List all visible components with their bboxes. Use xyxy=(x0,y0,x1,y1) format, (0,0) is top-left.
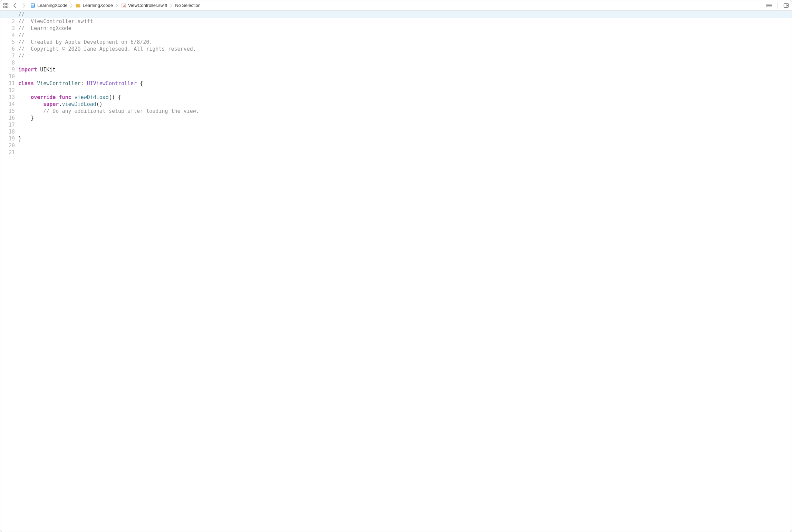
line-number: 4 xyxy=(0,32,15,39)
svg-rect-2 xyxy=(4,6,6,8)
line-number: 17 xyxy=(0,121,15,128)
add-assistant-editor-icon[interactable] xyxy=(783,2,790,9)
line-number: 12 xyxy=(0,87,15,94)
breadcrumb-sep-icon xyxy=(170,3,172,8)
code-line[interactable]: import UIKit xyxy=(18,66,792,73)
editor-window: LearningXcode LearningXcode ViewControll… xyxy=(0,0,792,532)
line-number: 15 xyxy=(0,108,15,115)
breadcrumb-sep-icon xyxy=(116,3,118,8)
line-number: 5 xyxy=(0,39,15,46)
breadcrumb-file[interactable]: ViewController.swift xyxy=(120,3,168,8)
line-number: 2 xyxy=(0,18,15,25)
jump-bar-right xyxy=(766,2,790,9)
line-number: 14 xyxy=(0,101,15,108)
jump-bar: LearningXcode LearningXcode ViewControll… xyxy=(0,0,792,11)
code-line[interactable]: override func viewDidLoad() { xyxy=(18,94,792,101)
line-number: 6 xyxy=(0,46,15,52)
line-number: 10 xyxy=(0,73,15,80)
code-line[interactable] xyxy=(18,149,792,156)
source-editor[interactable]: 123456789101112131415161718192021 //// V… xyxy=(0,11,792,532)
toolbar-divider xyxy=(777,2,778,9)
line-number: 19 xyxy=(0,135,15,142)
editor-options-icon[interactable] xyxy=(766,2,773,9)
breadcrumb-group-label: LearningXcode xyxy=(83,3,113,8)
folder-icon xyxy=(75,3,81,8)
code-line[interactable]: // LearningXcode xyxy=(18,25,792,32)
line-number: 20 xyxy=(0,142,15,149)
code-line[interactable]: // xyxy=(18,32,792,39)
line-number-gutter: 123456789101112131415161718192021 xyxy=(0,11,18,532)
code-line[interactable]: } xyxy=(18,115,792,121)
code-line[interactable] xyxy=(18,73,792,80)
breadcrumb-sep-icon xyxy=(70,3,73,8)
svg-rect-3 xyxy=(7,6,8,8)
code-line[interactable]: } xyxy=(18,135,792,142)
code-line[interactable]: // xyxy=(18,52,792,59)
code-line[interactable]: // Created by Apple Development on 6/8/2… xyxy=(18,39,792,46)
line-number: 16 xyxy=(0,115,15,121)
source-code-area[interactable]: //// ViewController.swift// LearningXcod… xyxy=(18,11,792,532)
swift-file-icon xyxy=(121,3,126,8)
code-line[interactable] xyxy=(18,142,792,149)
line-number: 11 xyxy=(0,80,15,87)
svg-rect-0 xyxy=(4,3,6,5)
breadcrumb-project[interactable]: LearningXcode xyxy=(29,3,68,8)
code-line[interactable] xyxy=(18,59,792,66)
line-number: 18 xyxy=(0,128,15,135)
code-line[interactable]: class ViewController: UIViewController { xyxy=(18,80,792,87)
code-line[interactable]: // ViewController.swift xyxy=(18,18,792,25)
line-number: 13 xyxy=(0,94,15,101)
code-line[interactable] xyxy=(18,121,792,128)
code-line[interactable]: // Copyright © 2020 Jane Appleseed. All … xyxy=(18,46,792,52)
line-number: 3 xyxy=(0,25,15,32)
code-line[interactable] xyxy=(18,87,792,94)
code-line[interactable]: // xyxy=(0,11,792,18)
breadcrumb-selection-label: No Selection xyxy=(175,3,201,8)
svg-rect-1 xyxy=(7,3,8,5)
svg-rect-7 xyxy=(31,6,34,7)
breadcrumb-group[interactable]: LearningXcode xyxy=(75,3,113,8)
code-line[interactable]: // Do any additional setup after loading… xyxy=(18,108,792,115)
svg-rect-6 xyxy=(31,5,34,6)
jump-bar-left: LearningXcode LearningXcode ViewControll… xyxy=(2,2,764,9)
breadcrumb-file-label: ViewController.swift xyxy=(128,3,167,8)
project-icon xyxy=(30,3,36,8)
code-line[interactable]: super.viewDidLoad() xyxy=(18,101,792,108)
svg-rect-8 xyxy=(122,3,125,8)
line-number: 9 xyxy=(0,66,15,73)
line-number: 7 xyxy=(0,52,15,59)
line-number: 21 xyxy=(0,149,15,156)
nav-back-icon[interactable] xyxy=(11,2,18,9)
line-number: 8 xyxy=(0,59,15,66)
breadcrumb-project-label: LearningXcode xyxy=(37,3,67,8)
related-items-icon[interactable] xyxy=(2,2,9,9)
svg-rect-5 xyxy=(31,4,34,5)
nav-forward-icon[interactable] xyxy=(20,2,27,9)
breadcrumb-selection[interactable]: No Selection xyxy=(174,3,201,8)
code-line[interactable] xyxy=(18,128,792,135)
